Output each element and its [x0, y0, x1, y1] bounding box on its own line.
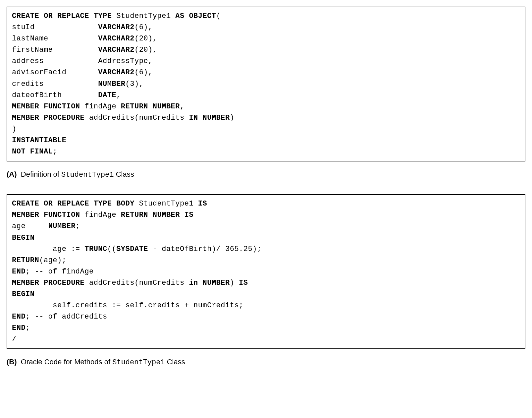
code-token: advisorFacid — [12, 68, 98, 77]
code-token: VARCHAR2 — [98, 68, 134, 77]
code-token: RETURN — [12, 256, 39, 265]
code-block-a: CREATE OR REPLACE TYPE StudentType1 AS O… — [7, 7, 525, 161]
code-token: , — [180, 102, 185, 111]
code-token: NUMBER — [98, 80, 125, 88]
code-token: ) — [230, 114, 235, 122]
code-token: IS — [234, 279, 248, 287]
code-token: ) — [230, 279, 235, 287]
code-token: StudentType1 — [116, 12, 171, 20]
code-token: self.credits := self.credits + numCredit… — [12, 301, 243, 310]
caption-b-mono: StudentType1 — [112, 358, 165, 367]
code-token: VARCHAR2 — [98, 23, 134, 31]
code-token: VARCHAR2 — [98, 46, 134, 54]
code-token: SYSDATE — [116, 245, 148, 253]
code-token: lastName — [12, 34, 98, 43]
code-token: dateofBirth — [12, 91, 98, 99]
code-token: END — [12, 324, 26, 332]
code-token: DATE — [98, 91, 116, 99]
code-token: StudentType1 — [139, 200, 193, 208]
code-token: findAge — [84, 102, 116, 111]
code-token: , — [116, 91, 121, 99]
code-token: findAge — [84, 211, 116, 219]
code-token: addCredits(numCredits — [89, 114, 185, 122]
code-token: INSTANTIABLE — [12, 136, 66, 145]
code-token: (( — [107, 245, 116, 253]
code-block-b: CREATE OR REPLACE TYPE BODY StudentType1… — [7, 194, 525, 349]
code-token: ; — [26, 324, 30, 332]
code-token: / — [12, 335, 17, 343]
code-token: AS OBJECT — [171, 12, 216, 20]
code-token: (20), — [134, 46, 157, 54]
code-token: BEGIN — [12, 290, 35, 298]
caption-a: (A) Definition of StudentType1 Class — [7, 170, 525, 179]
code-token: addCredits(numCredits — [89, 279, 185, 287]
code-token: (20), — [134, 34, 157, 43]
code-token: NUMBER — [48, 222, 76, 230]
code-token: IS — [193, 200, 207, 208]
code-token: ; — [76, 222, 80, 230]
caption-b: (B) Oracle Code for Methods of StudentTy… — [7, 358, 525, 367]
code-token: MEMBER FUNCTION — [12, 102, 84, 111]
code-token: BEGIN — [12, 234, 35, 242]
caption-a-post: Class — [114, 170, 134, 178]
code-token: in NUMBER — [185, 279, 230, 287]
code-token: ; — [53, 148, 57, 156]
code-token: ; -- of findAge — [26, 268, 94, 276]
code-token: firstName — [12, 46, 98, 54]
code-token: ; -- of addCredits — [26, 313, 107, 321]
caption-b-letter: (B) — [7, 358, 17, 366]
code-token: ) — [12, 125, 17, 133]
code-token: NOT FINAL — [12, 148, 53, 156]
caption-a-letter: (A) — [7, 170, 17, 178]
code-token: CREATE OR REPLACE TYPE — [12, 12, 116, 20]
code-token: age — [12, 222, 48, 230]
code-token: address AddressType, — [12, 57, 153, 65]
code-token: stuId — [12, 23, 98, 31]
code-token: END — [12, 268, 26, 276]
code-token: IN NUMBER — [185, 114, 230, 122]
code-token: RETURN NUMBER — [116, 102, 180, 111]
code-token: - dateOfBirth)/ 365.25); — [148, 245, 262, 253]
code-token: MEMBER FUNCTION — [12, 211, 84, 219]
code-token: (6), — [134, 23, 153, 31]
caption-a-mono: StudentType1 — [61, 171, 114, 179]
code-token: age := — [12, 245, 84, 253]
code-token: CREATE OR REPLACE TYPE BODY — [12, 200, 139, 208]
caption-b-post: Class — [165, 358, 185, 366]
code-token: MEMBER PROCEDURE — [12, 279, 89, 287]
caption-a-pre: Definition of — [21, 170, 61, 178]
caption-b-pre: Oracle Code for Methods of — [21, 358, 112, 366]
code-token: ( — [216, 12, 221, 20]
code-token: credits — [12, 80, 98, 88]
code-token: (6), — [134, 68, 153, 77]
code-token: (age); — [39, 256, 66, 265]
code-token: VARCHAR2 — [98, 34, 134, 43]
code-token: (3), — [126, 80, 144, 88]
code-token: TRUNC — [84, 245, 107, 253]
code-token: RETURN NUMBER IS — [116, 211, 193, 219]
code-token: MEMBER PROCEDURE — [12, 114, 89, 122]
code-token: END — [12, 313, 26, 321]
